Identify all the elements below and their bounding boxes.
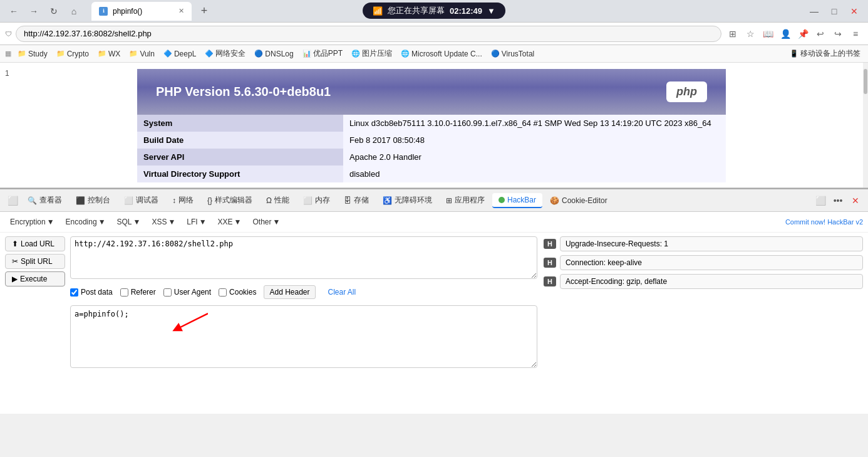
forward-button[interactable]: →	[25, 3, 43, 20]
devtools-tab-hackbar[interactable]: HackBar	[492, 193, 542, 208]
bookmark-label: DeepL	[174, 50, 196, 58]
bookmark-imgcompress[interactable]: 🌐 图片压缩	[349, 47, 395, 60]
new-tab-button[interactable]: +	[195, 3, 213, 20]
devtools-tab-memory[interactable]: ⬜ 内存	[297, 192, 336, 208]
home-button[interactable]: ⌂	[65, 3, 83, 20]
folder-icon: 📁	[56, 50, 65, 58]
dropdown-arrow-icon: ▼	[133, 218, 141, 226]
extensions-icon[interactable]: ⊞	[725, 26, 740, 41]
active-tab[interactable]: ℹ phpinfo() ✕	[91, 2, 192, 21]
bookmark-label: WX	[108, 50, 120, 58]
referer-checkbox-label[interactable]: Referer	[120, 288, 156, 297]
table-cell-value: disabled	[343, 165, 726, 182]
header-input-3[interactable]	[560, 274, 863, 289]
dropdown-arrow-icon: ▼	[47, 218, 54, 226]
bookmark-wx[interactable]: 📁 WX	[95, 48, 123, 60]
dropdown-arrow-icon: ▼	[273, 218, 281, 226]
hackbar-encoding-menu[interactable]: Encoding ▼	[61, 216, 111, 228]
minimize-button[interactable]: —	[805, 3, 823, 20]
bookmark-network-security[interactable]: 🔷 网络安全	[202, 47, 248, 60]
cookie-icon: 🍪	[550, 196, 559, 205]
memory-icon: ⬜	[303, 196, 313, 205]
bookmark-mobile[interactable]: 📱 移动设备上的书签	[787, 47, 863, 60]
refresh-button[interactable]: ↻	[45, 3, 63, 20]
php-logo: php	[666, 81, 707, 102]
url-input[interactable]: http://42.192.37.16:8082/shell2.php	[70, 236, 537, 279]
forward2-icon[interactable]: ↪	[830, 26, 845, 41]
bookmark-label: 网络安全	[215, 48, 245, 59]
address-input[interactable]	[16, 26, 721, 42]
vt-icon: 🔵	[491, 50, 500, 58]
hackbar-xss-menu[interactable]: XSS ▼	[147, 216, 180, 228]
undock-button[interactable]: ⬜	[5, 193, 20, 208]
user-agent-checkbox[interactable]	[163, 288, 172, 297]
back-button[interactable]: ←	[5, 3, 23, 20]
bookmark-vuln[interactable]: 📁 Vuln	[127, 48, 157, 60]
hackbar-lfi-menu[interactable]: LFI ▼	[182, 216, 211, 228]
hackbar-body: ⬆ Load URL ✂ Split URL ▶ Execute http://…	[0, 233, 868, 374]
console-icon: ⬛	[76, 196, 85, 205]
close-button[interactable]: ✕	[845, 3, 863, 20]
user-agent-checkbox-label[interactable]: User Agent	[163, 288, 211, 297]
hackbar-xxe-menu[interactable]: XXE ▼	[213, 216, 247, 228]
devtools-tab-performance[interactable]: Ω 性能	[260, 192, 296, 208]
table-cell-value: Apache 2.0 Handler	[343, 149, 726, 165]
network-icon: ↕	[172, 196, 176, 205]
devtools-tab-storage[interactable]: 🗄 存储	[338, 192, 375, 208]
cookies-checkbox[interactable]	[219, 288, 227, 297]
hackbar-encryption-menu[interactable]: Encryption ▼	[5, 216, 59, 228]
dropdown-arrow-icon: ▼	[234, 218, 242, 226]
devtools-tab-debugger[interactable]: ⬜ 调试器	[118, 192, 165, 208]
cookies-checkbox-label[interactable]: Cookies	[219, 288, 256, 297]
dropdown-icon[interactable]: ▼	[487, 6, 495, 16]
star-icon[interactable]: ☆	[743, 26, 758, 41]
bookmark-deepl[interactable]: 🔷 DeepL	[161, 48, 199, 60]
post-data-checkbox[interactable]	[70, 288, 78, 297]
add-header-button[interactable]: Add Header	[264, 285, 315, 299]
bookmark-virustotal[interactable]: 🔵 VirusTotal	[488, 48, 537, 60]
split-screen-button[interactable]: ⬜	[813, 193, 828, 208]
post-data-checkbox-label[interactable]: Post data	[70, 288, 113, 297]
profile-icon[interactable]: 👤	[778, 26, 793, 41]
devtools-tab-style-editor[interactable]: {} 样式编辑器	[201, 192, 259, 208]
table-row: System Linux d3cb8eb75111 3.10.0-1160.99…	[137, 115, 726, 132]
pin-icon[interactable]: 📌	[795, 26, 810, 41]
menu-icon[interactable]: ≡	[848, 26, 863, 41]
bookmark-dnslog[interactable]: 🔵 DNSLog	[252, 48, 296, 60]
tab-title: phpinfo()	[113, 7, 142, 16]
inspector-icon: 🔍	[28, 196, 37, 205]
bookmark-label: Vuln	[140, 50, 155, 58]
maximize-button[interactable]: □	[825, 3, 843, 20]
load-url-button[interactable]: ⬆ Load URL	[5, 236, 65, 251]
devtools-tab-appmanager[interactable]: ⊞ 应用程序	[440, 192, 491, 208]
bookmark-study[interactable]: 📁 Study	[15, 48, 50, 60]
commit-now-link[interactable]: Commit now!	[785, 218, 825, 226]
devtools-tab-inspector[interactable]: 🔍 查看器	[21, 192, 68, 208]
table-cell-key: System	[137, 115, 343, 132]
referer-checkbox[interactable]	[120, 288, 128, 297]
devtools-tab-accessibility[interactable]: ♿ 无障碍环境	[376, 192, 438, 208]
bookmark-msupdate[interactable]: 🌐 Microsoft Update C...	[398, 48, 485, 60]
style-icon: {}	[207, 196, 212, 205]
execute-button[interactable]: ▶ Execute	[5, 271, 65, 286]
header-input-2[interactable]	[560, 255, 863, 270]
storage-icon: 🗄	[344, 196, 351, 205]
clear-all-button[interactable]: Clear All	[323, 286, 361, 298]
post-data-input[interactable]: a=phpinfo();	[70, 305, 537, 368]
deepl-icon: 🔷	[163, 50, 172, 58]
bookmark-ppt[interactable]: 📊 优品PPT	[300, 47, 345, 60]
hackbar-other-menu[interactable]: Other ▼	[247, 216, 285, 228]
dns-icon: 🔵	[254, 50, 263, 58]
reader-icon[interactable]: 📖	[760, 26, 775, 41]
close-devtools-button[interactable]: ✕	[848, 193, 863, 208]
header-input-1[interactable]	[560, 236, 863, 251]
back2-icon[interactable]: ↩	[813, 26, 828, 41]
more-options-button[interactable]: •••	[830, 193, 845, 208]
devtools-tab-network[interactable]: ↕ 网络	[166, 192, 200, 208]
hackbar-sql-menu[interactable]: SQL ▼	[112, 216, 146, 228]
tab-close-button[interactable]: ✕	[178, 7, 184, 15]
split-url-button[interactable]: ✂ Split URL	[5, 254, 65, 269]
devtools-tab-cookie-editor[interactable]: 🍪 Cookie-Editor	[544, 194, 614, 207]
bookmark-crypto[interactable]: 📁 Crypto	[54, 48, 91, 60]
devtools-tab-console[interactable]: ⬛ 控制台	[70, 192, 116, 208]
